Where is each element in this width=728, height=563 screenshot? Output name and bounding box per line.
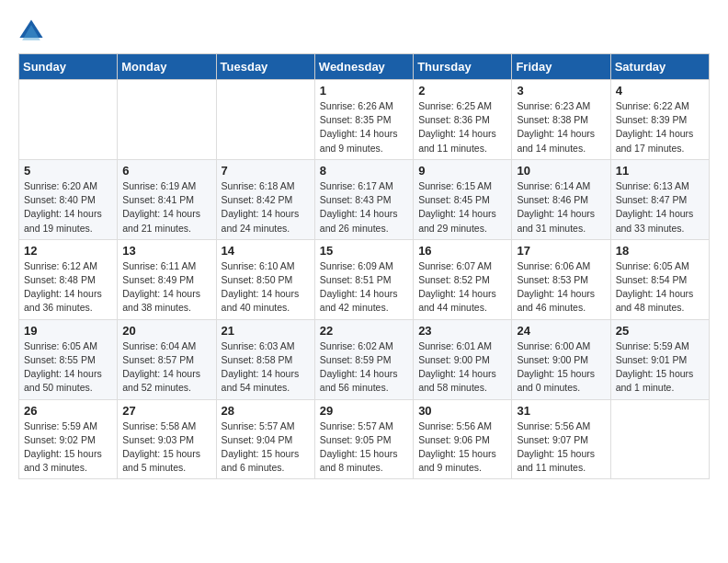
- weekday-header-saturday: Saturday: [610, 54, 709, 80]
- calendar-cell: 2Sunrise: 6:25 AMSunset: 8:36 PMDaylight…: [414, 80, 512, 160]
- calendar-cell: 18Sunrise: 6:05 AMSunset: 8:54 PMDayligh…: [610, 239, 709, 319]
- logo: [18, 18, 48, 44]
- day-info: Sunrise: 6:17 AMSunset: 8:43 PMDaylight:…: [320, 179, 408, 236]
- day-info: Sunrise: 6:02 AMSunset: 8:59 PMDaylight:…: [320, 339, 408, 396]
- day-number: 3: [517, 84, 605, 98]
- day-number: 27: [122, 404, 210, 418]
- day-info: Sunrise: 6:11 AMSunset: 8:49 PMDaylight:…: [122, 259, 210, 316]
- calendar-cell: 9Sunrise: 6:15 AMSunset: 8:45 PMDaylight…: [414, 159, 512, 239]
- day-info: Sunrise: 5:56 AMSunset: 9:07 PMDaylight:…: [517, 419, 605, 476]
- day-number: 18: [616, 244, 704, 258]
- day-number: 25: [616, 324, 704, 338]
- day-info: Sunrise: 6:00 AMSunset: 9:00 PMDaylight:…: [517, 339, 605, 396]
- day-info: Sunrise: 5:59 AMSunset: 9:02 PMDaylight:…: [24, 419, 112, 476]
- day-number: 21: [222, 324, 310, 338]
- calendar-cell: 25Sunrise: 5:59 AMSunset: 9:01 PMDayligh…: [610, 319, 709, 399]
- day-number: 13: [122, 244, 210, 258]
- day-info: Sunrise: 6:13 AMSunset: 8:47 PMDaylight:…: [616, 179, 704, 236]
- day-number: 28: [222, 404, 310, 418]
- calendar-cell: 7Sunrise: 6:18 AMSunset: 8:42 PMDaylight…: [216, 159, 314, 239]
- calendar-cell: 3Sunrise: 6:23 AMSunset: 8:38 PMDaylight…: [512, 80, 610, 160]
- day-number: 8: [320, 164, 408, 178]
- day-info: Sunrise: 6:20 AMSunset: 8:40 PMDaylight:…: [24, 179, 112, 236]
- calendar-cell: 5Sunrise: 6:20 AMSunset: 8:40 PMDaylight…: [19, 159, 118, 239]
- day-info: Sunrise: 6:15 AMSunset: 8:45 PMDaylight:…: [418, 179, 506, 236]
- day-info: Sunrise: 5:58 AMSunset: 9:03 PMDaylight:…: [122, 419, 210, 476]
- day-number: 26: [24, 404, 112, 418]
- day-info: Sunrise: 6:09 AMSunset: 8:51 PMDaylight:…: [320, 259, 408, 316]
- week-row-1: 1Sunrise: 6:26 AMSunset: 8:35 PMDaylight…: [19, 80, 710, 160]
- weekday-header-friday: Friday: [512, 54, 610, 80]
- calendar-cell: 10Sunrise: 6:14 AMSunset: 8:46 PMDayligh…: [512, 159, 610, 239]
- day-number: 30: [418, 404, 506, 418]
- calendar-cell: [19, 80, 118, 160]
- day-info: Sunrise: 6:19 AMSunset: 8:41 PMDaylight:…: [122, 179, 210, 236]
- day-number: 11: [616, 164, 704, 178]
- calendar-cell: 15Sunrise: 6:09 AMSunset: 8:51 PMDayligh…: [314, 239, 413, 319]
- day-number: 7: [222, 164, 310, 178]
- day-number: 17: [517, 244, 605, 258]
- day-number: 4: [616, 84, 704, 98]
- day-info: Sunrise: 6:07 AMSunset: 8:52 PMDaylight:…: [418, 259, 506, 316]
- calendar-cell: 29Sunrise: 5:57 AMSunset: 9:05 PMDayligh…: [314, 399, 413, 479]
- logo-icon: [18, 18, 44, 44]
- calendar-cell: 26Sunrise: 5:59 AMSunset: 9:02 PMDayligh…: [19, 399, 118, 479]
- day-number: 2: [418, 84, 506, 98]
- weekday-header-thursday: Thursday: [414, 54, 512, 80]
- day-info: Sunrise: 6:05 AMSunset: 8:55 PMDaylight:…: [24, 339, 112, 396]
- weekday-header-row: SundayMondayTuesdayWednesdayThursdayFrid…: [19, 54, 710, 80]
- calendar-cell: 22Sunrise: 6:02 AMSunset: 8:59 PMDayligh…: [314, 319, 413, 399]
- page-header: [18, 18, 710, 44]
- weekday-header-wednesday: Wednesday: [314, 54, 413, 80]
- day-number: 20: [122, 324, 210, 338]
- calendar-cell: 12Sunrise: 6:12 AMSunset: 8:48 PMDayligh…: [19, 239, 118, 319]
- calendar-cell: 14Sunrise: 6:10 AMSunset: 8:50 PMDayligh…: [216, 239, 314, 319]
- day-info: Sunrise: 6:06 AMSunset: 8:53 PMDaylight:…: [517, 259, 605, 316]
- day-info: Sunrise: 5:59 AMSunset: 9:01 PMDaylight:…: [616, 339, 704, 396]
- calendar-cell: 8Sunrise: 6:17 AMSunset: 8:43 PMDaylight…: [314, 159, 413, 239]
- day-number: 24: [517, 324, 605, 338]
- week-row-2: 5Sunrise: 6:20 AMSunset: 8:40 PMDaylight…: [19, 159, 710, 239]
- day-info: Sunrise: 6:05 AMSunset: 8:54 PMDaylight:…: [616, 259, 704, 316]
- calendar-cell: 24Sunrise: 6:00 AMSunset: 9:00 PMDayligh…: [512, 319, 610, 399]
- day-number: 6: [122, 164, 210, 178]
- week-row-4: 19Sunrise: 6:05 AMSunset: 8:55 PMDayligh…: [19, 319, 710, 399]
- weekday-header-monday: Monday: [118, 54, 216, 80]
- calendar-cell: 19Sunrise: 6:05 AMSunset: 8:55 PMDayligh…: [19, 319, 118, 399]
- calendar-cell: 28Sunrise: 5:57 AMSunset: 9:04 PMDayligh…: [216, 399, 314, 479]
- day-info: Sunrise: 5:57 AMSunset: 9:05 PMDaylight:…: [320, 419, 408, 476]
- calendar-cell: 31Sunrise: 5:56 AMSunset: 9:07 PMDayligh…: [512, 399, 610, 479]
- day-number: 23: [418, 324, 506, 338]
- calendar-cell: [216, 80, 314, 160]
- calendar-cell: 30Sunrise: 5:56 AMSunset: 9:06 PMDayligh…: [414, 399, 512, 479]
- day-info: Sunrise: 6:26 AMSunset: 8:35 PMDaylight:…: [320, 99, 408, 155]
- day-number: 15: [320, 244, 408, 258]
- day-info: Sunrise: 6:10 AMSunset: 8:50 PMDaylight:…: [222, 259, 310, 316]
- calendar-cell: 23Sunrise: 6:01 AMSunset: 9:00 PMDayligh…: [414, 319, 512, 399]
- calendar-cell: [118, 80, 216, 160]
- calendar-cell: [610, 399, 709, 479]
- day-number: 19: [24, 324, 112, 338]
- calendar-cell: 16Sunrise: 6:07 AMSunset: 8:52 PMDayligh…: [414, 239, 512, 319]
- day-info: Sunrise: 6:18 AMSunset: 8:42 PMDaylight:…: [222, 179, 310, 236]
- day-number: 9: [418, 164, 506, 178]
- day-number: 16: [418, 244, 506, 258]
- day-number: 22: [320, 324, 408, 338]
- day-number: 31: [517, 404, 605, 418]
- calendar-cell: 13Sunrise: 6:11 AMSunset: 8:49 PMDayligh…: [118, 239, 216, 319]
- weekday-header-tuesday: Tuesday: [216, 54, 314, 80]
- week-row-5: 26Sunrise: 5:59 AMSunset: 9:02 PMDayligh…: [19, 399, 710, 479]
- day-info: Sunrise: 6:25 AMSunset: 8:36 PMDaylight:…: [418, 99, 506, 155]
- day-info: Sunrise: 6:23 AMSunset: 8:38 PMDaylight:…: [517, 99, 605, 155]
- day-number: 14: [222, 244, 310, 258]
- weekday-header-sunday: Sunday: [19, 54, 118, 80]
- day-info: Sunrise: 5:56 AMSunset: 9:06 PMDaylight:…: [418, 419, 506, 476]
- day-info: Sunrise: 5:57 AMSunset: 9:04 PMDaylight:…: [222, 419, 310, 476]
- calendar-cell: 6Sunrise: 6:19 AMSunset: 8:41 PMDaylight…: [118, 159, 216, 239]
- day-number: 12: [24, 244, 112, 258]
- day-info: Sunrise: 6:12 AMSunset: 8:48 PMDaylight:…: [24, 259, 112, 316]
- day-info: Sunrise: 6:14 AMSunset: 8:46 PMDaylight:…: [517, 179, 605, 236]
- day-number: 10: [517, 164, 605, 178]
- day-number: 1: [320, 84, 408, 98]
- calendar-cell: 17Sunrise: 6:06 AMSunset: 8:53 PMDayligh…: [512, 239, 610, 319]
